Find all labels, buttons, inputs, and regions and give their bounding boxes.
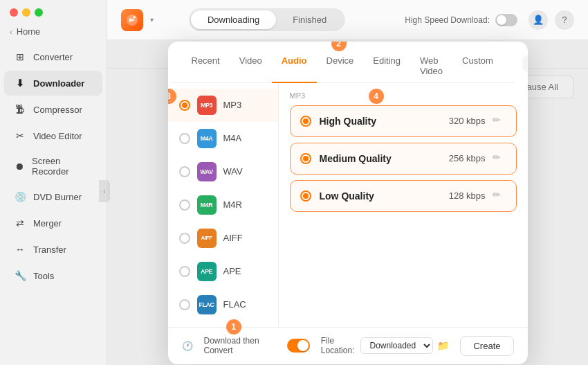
video-editor-icon: ✂ — [14, 130, 26, 142]
close-button[interactable] — [10, 8, 18, 17]
format-list: MP3 MP3 M4A M4A WAV WAV — [168, 83, 279, 327]
quality-medium-kbps: 256 kbps — [449, 153, 486, 163]
sidebar-item-tools[interactable]: 🔧 Tools — [4, 263, 102, 288]
format-item-aiff[interactable]: AIFF AIFF — [168, 222, 278, 255]
svg-point-1 — [133, 16, 136, 19]
wav-icon: WAV — [197, 162, 217, 181]
file-location-row: File Location: Downloaded 📁 — [321, 336, 450, 355]
help-icon[interactable]: ? — [555, 10, 574, 30]
quality-high[interactable]: High Quality 320 kbps ✏ — [290, 105, 517, 137]
maximize-button[interactable] — [35, 8, 43, 17]
logo-dropdown-icon[interactable]: ▾ — [150, 16, 154, 24]
window-controls — [0, 0, 107, 22]
top-bar: ▾ Downloading Finished High Speed Downlo… — [107, 0, 588, 40]
modal-footer: 1 🕐 Download then Convert File Location:… — [168, 327, 528, 364]
transfer-icon: ↔ — [14, 243, 26, 256]
sidebar-item-converter[interactable]: ⊞ Converter — [4, 44, 102, 69]
video-editor-label: Video Editor — [33, 131, 82, 141]
sidebar-item-dvd-burner[interactable]: 💿 DVD Burner — [4, 184, 102, 209]
tab-finished[interactable]: Finished — [276, 10, 343, 29]
tab-audio[interactable]: Audio — [272, 50, 317, 83]
create-button[interactable]: Create — [460, 336, 513, 356]
ape-label: APE — [223, 266, 241, 276]
quality-high-kbps: 320 kbps — [449, 116, 486, 126]
tab-device[interactable]: Device — [317, 50, 364, 83]
m4r-radio — [179, 199, 190, 211]
high-speed-toggle-row: High Speed Download: — [405, 14, 517, 26]
sidebar-item-transfer[interactable]: ↔ Transfer — [4, 237, 102, 262]
download-convert-label: Download then Convert — [204, 336, 282, 355]
sidebar-item-downloader[interactable]: ⬇ Downloader — [4, 71, 102, 96]
quality-high-info: High Quality — [320, 115, 449, 127]
badge-1: 1 — [226, 319, 241, 335]
transfer-label: Transfer — [33, 244, 66, 255]
toggle-orange-knob — [297, 340, 309, 351]
quality-medium-dot — [303, 156, 309, 161]
main-content: ▾ Downloading Finished High Speed Downlo… — [107, 0, 588, 365]
format-item-m4r[interactable]: M4R M4R — [168, 188, 278, 222]
tab-custom[interactable]: Custom — [452, 50, 503, 83]
downloader-icon: ⬇ — [14, 77, 26, 89]
format-item-flac[interactable]: FLAC FLAC — [168, 288, 278, 321]
home-label: Home — [17, 26, 41, 37]
minimize-button[interactable] — [22, 8, 30, 17]
tab-recent[interactable]: Recent — [182, 50, 230, 83]
quality-low-kbps: 128 kbps — [449, 190, 486, 201]
downloader-label: Downloader — [33, 78, 84, 89]
sidebar-item-compressor[interactable]: 🗜 Compressor — [4, 97, 102, 122]
content-area: 2 3 4 Recent Video Audio Device Editing … — [107, 40, 588, 365]
sidebar: ‹ Home ⊞ Converter ⬇ Downloader 🗜 Compre… — [0, 0, 107, 365]
format-tabs-row: Recent Video Audio Device Editing Web Vi… — [168, 42, 528, 83]
tab-editing[interactable]: Editing — [363, 50, 410, 83]
download-tab-group: Downloading Finished — [189, 8, 345, 31]
flac-label: FLAC — [223, 299, 246, 310]
quality-low-edit-icon[interactable]: ✏ — [493, 189, 506, 203]
format-item-mp3[interactable]: MP3 MP3 — [168, 89, 278, 122]
tab-web-video[interactable]: Web Video — [410, 50, 452, 83]
screen-recorder-icon: ⏺ — [14, 160, 25, 172]
high-speed-toggle[interactable] — [495, 14, 517, 26]
flac-radio — [179, 299, 190, 310]
quality-high-edit-icon[interactable]: ✏ — [493, 114, 506, 128]
quality-low[interactable]: Low Quality 128 kbps ✏ — [290, 180, 517, 212]
download-convert-toggle[interactable] — [287, 339, 309, 353]
aiff-label: AIFF — [223, 233, 243, 243]
tools-icon: 🔧 — [14, 269, 26, 282]
quality-low-label: Low Quality — [320, 190, 374, 202]
top-right-icons: 👤 ? — [529, 10, 574, 30]
quality-medium-edit-icon[interactable]: ✏ — [493, 152, 506, 166]
format-item-wav[interactable]: WAV WAV — [168, 155, 278, 188]
quality-low-dot — [303, 193, 309, 199]
quality-medium-info: Medium Quality — [320, 152, 449, 165]
wav-label: WAV — [223, 166, 243, 177]
converter-icon: ⊞ — [14, 51, 26, 63]
quality-panel: MP3 High Quality 320 kbps ✏ — [279, 83, 528, 327]
folder-icon[interactable]: 📁 — [437, 340, 449, 351]
merger-icon: ⇄ — [14, 217, 26, 229]
format-item-m4a[interactable]: M4A M4A — [168, 122, 278, 155]
mp3-icon: MP3 — [197, 96, 217, 115]
tab-video[interactable]: Video — [230, 50, 272, 83]
home-link[interactable]: ‹ Home — [0, 22, 107, 44]
badge-4: 4 — [369, 89, 384, 104]
m4a-icon: M4A — [197, 129, 217, 148]
tab-downloading[interactable]: Downloading — [191, 10, 276, 29]
quality-high-label: High Quality — [320, 116, 376, 127]
m4a-radio — [179, 133, 190, 144]
format-item-ape[interactable]: APE APE — [168, 255, 278, 288]
ape-icon: APE — [197, 262, 217, 281]
toggle-knob — [497, 15, 506, 25]
format-modal: 2 3 4 Recent Video Audio Device Editing … — [168, 42, 528, 364]
merger-label: Merger — [33, 218, 62, 229]
high-speed-label: High Speed Download: — [405, 15, 490, 25]
download-convert-row: Download then Convert — [204, 336, 310, 355]
sidebar-item-merger[interactable]: ⇄ Merger — [4, 211, 102, 235]
sidebar-item-video-editor[interactable]: ✂ Video Editor — [4, 123, 102, 148]
search-box[interactable]: 🔍 — [522, 55, 528, 72]
sidebar-item-screen-recorder[interactable]: ⏺ Screen Recorder — [4, 150, 102, 183]
user-icon[interactable]: 👤 — [529, 10, 548, 30]
location-select[interactable]: Downloaded — [360, 337, 433, 354]
quality-medium[interactable]: Medium Quality 256 kbps ✏ — [290, 143, 517, 175]
quality-low-radio — [300, 190, 311, 202]
ape-radio — [179, 266, 190, 277]
